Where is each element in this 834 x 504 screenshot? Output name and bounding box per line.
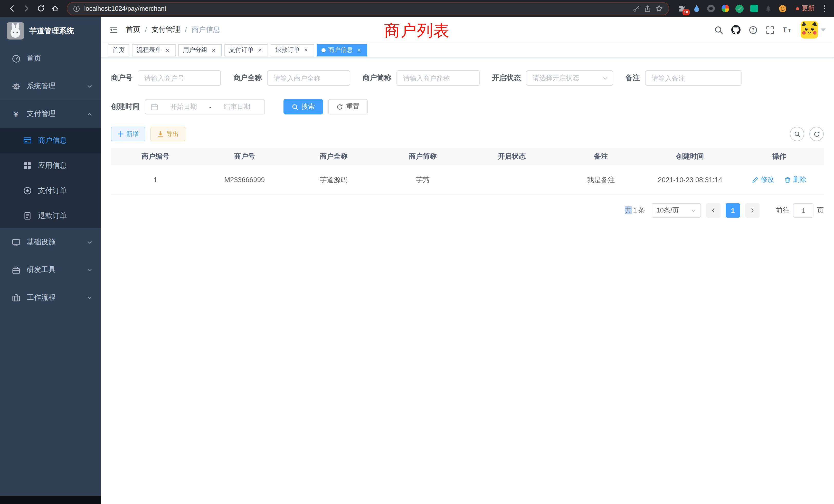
github-icon[interactable] <box>731 25 741 35</box>
breadcrumb-separator <box>185 26 187 34</box>
font-size-icon[interactable]: TT <box>783 26 792 34</box>
home-icon[interactable] <box>48 2 62 15</box>
help-icon[interactable]: ? <box>749 25 758 34</box>
next-page-button[interactable] <box>745 203 760 217</box>
chevron-down-icon <box>87 84 92 89</box>
date-start-placeholder[interactable]: 开始日期 <box>161 102 206 111</box>
date-end-placeholder[interactable]: 结束日期 <box>214 102 259 111</box>
sidebar-item-system[interactable]: 系统管理 <box>0 72 101 100</box>
browser-update-button[interactable]: 更新 <box>791 2 819 15</box>
tab-close-icon[interactable] <box>355 46 363 54</box>
extension-green-square-icon[interactable] <box>749 4 759 13</box>
search-icon[interactable] <box>714 25 723 34</box>
col-header-full-name: 商户全称 <box>289 152 378 161</box>
col-header-merchant-no: 商户号 <box>200 152 289 161</box>
sidebar-item-payment[interactable]: 支付管理 <box>0 100 101 128</box>
add-button[interactable]: 新增 <box>111 127 145 141</box>
payment-submenu: 商户信息 应用信息 支付订单 退款订单 <box>0 128 101 228</box>
tab-close-icon[interactable] <box>256 46 263 54</box>
user-menu[interactable] <box>800 21 826 39</box>
app-logo: 芋道管理系统 <box>0 17 101 45</box>
chevron-up-icon <box>87 111 92 117</box>
forward-icon[interactable] <box>20 2 33 15</box>
back-icon[interactable] <box>5 2 19 15</box>
sidebar-toggle-icon[interactable] <box>109 25 118 35</box>
remark-input[interactable] <box>645 70 742 86</box>
sidebar-item-workflow[interactable]: 工作流程 <box>0 284 101 312</box>
cell-actions: 修改 删除 <box>734 175 824 185</box>
tab-merchant-info[interactable]: 商户信息 <box>317 44 367 56</box>
short-name-input[interactable] <box>396 70 480 86</box>
sidebar-subitem-app-info[interactable]: 应用信息 <box>0 153 101 178</box>
svg-text:?: ? <box>751 27 754 32</box>
merchant-no-input[interactable] <box>138 70 221 86</box>
filter-short-name: 商户简称 <box>363 70 480 86</box>
bookmark-star-icon[interactable] <box>655 5 663 12</box>
extensions-puzzle-icon[interactable]: 10 <box>677 4 687 13</box>
page-1-button[interactable]: 1 <box>726 203 740 217</box>
field-label: 商户简称 <box>363 73 391 83</box>
reload-icon[interactable] <box>34 2 47 15</box>
site-info-icon[interactable] <box>73 5 80 12</box>
tab-pay-order[interactable]: 支付订单 <box>224 44 268 56</box>
tab-close-icon[interactable] <box>303 46 310 54</box>
sidebar-subitem-pay-order[interactable]: 支付订单 <box>0 178 101 203</box>
browser-menu-icon[interactable] <box>820 5 829 12</box>
export-button[interactable]: 导出 <box>151 127 185 141</box>
col-header-remark: 备注 <box>556 152 645 161</box>
refresh-table-button[interactable] <box>809 127 824 141</box>
tab-label: 用户分组 <box>183 46 207 54</box>
avatar[interactable] <box>800 21 818 39</box>
reset-button[interactable]: 重置 <box>328 99 368 114</box>
sidebar-item-home[interactable]: 首页 <box>0 45 101 72</box>
sidebar-item-devtools[interactable]: 研发工具 <box>0 256 101 284</box>
edit-link[interactable]: 修改 <box>752 175 774 184</box>
page-size-select[interactable]: 10条/页 <box>652 203 701 217</box>
cell-short-name: 芋艿 <box>378 175 467 184</box>
url-text[interactable]: localhost:1024/pay/merchant <box>84 5 629 12</box>
sidebar-item-label: 支付管理 <box>27 109 56 118</box>
tab-close-icon[interactable] <box>164 46 171 54</box>
col-header-status: 开启状态 <box>467 152 556 161</box>
tab-user-group[interactable]: 用户分组 <box>178 44 222 56</box>
password-key-icon[interactable] <box>633 5 640 12</box>
goto-page-input[interactable] <box>793 203 813 217</box>
tags-view-bar: 首页 流程表单 用户分组 支付订单 退款订单 商户信息 <box>101 43 834 58</box>
delete-link[interactable]: 删除 <box>784 175 806 184</box>
tab-home[interactable]: 首页 <box>108 44 129 56</box>
extension-green-circle-icon[interactable] <box>735 4 744 13</box>
extension-multicolor-icon[interactable] <box>721 4 730 13</box>
delete-link-label: 删除 <box>793 175 806 184</box>
status-select[interactable]: 请选择开启状态 <box>526 70 613 86</box>
toggle-search-button[interactable] <box>790 127 804 141</box>
breadcrumb-home[interactable]: 首页 <box>126 25 140 35</box>
field-label: 商户全称 <box>233 73 262 83</box>
tab-process-form[interactable]: 流程表单 <box>132 44 176 56</box>
sidebar-subitem-merchant-info[interactable]: 商户信息 <box>0 128 101 153</box>
tab-refund-order[interactable]: 退款订单 <box>271 44 314 56</box>
extension-ring-icon[interactable] <box>706 4 716 13</box>
share-icon[interactable] <box>644 5 651 12</box>
document-icon <box>23 211 32 220</box>
export-button-label: 导出 <box>167 130 179 138</box>
url-bar[interactable]: localhost:1024/pay/merchant <box>67 2 669 15</box>
sidebar-subitem-label: 退款订单 <box>38 211 67 221</box>
breadcrumb-payment[interactable]: 支付管理 <box>152 25 180 35</box>
sidebar-item-infrastructure[interactable]: 基础设施 <box>0 228 101 256</box>
prev-page-button[interactable] <box>706 203 721 217</box>
extension-drop-icon[interactable] <box>692 4 701 13</box>
tab-close-icon[interactable] <box>210 46 217 54</box>
full-name-input[interactable] <box>267 70 350 86</box>
date-separator: - <box>209 103 212 111</box>
filter-row-2: 创建时间 开始日期 - 结束日期 搜索 重置 <box>111 99 824 114</box>
extension-smiley-icon[interactable] <box>778 4 787 13</box>
chevron-down-icon <box>602 75 608 81</box>
extensions-row: 10 <box>674 4 790 13</box>
sidebar-subitem-refund-order[interactable]: 退款订单 <box>0 203 101 228</box>
extension-tree-icon[interactable] <box>764 4 773 13</box>
table-toolbar: 新增 导出 <box>111 127 824 141</box>
search-button[interactable]: 搜索 <box>284 99 323 114</box>
create-time-range-picker[interactable]: 开始日期 - 结束日期 <box>145 99 265 114</box>
fullscreen-icon[interactable] <box>766 25 774 34</box>
field-label: 备注 <box>626 73 640 83</box>
